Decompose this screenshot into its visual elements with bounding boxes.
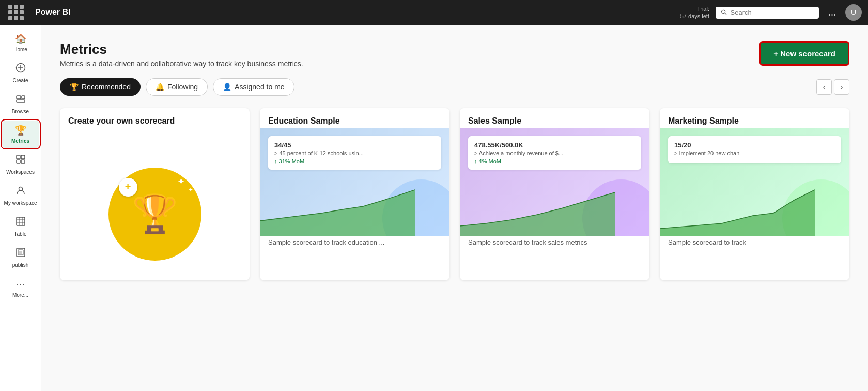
more-options-icon[interactable]: ... [825,7,839,18]
education-trend: ↑ 31% MoM [274,158,435,164]
marketing-chart [660,185,815,236]
carousel-nav: ‹ › [816,79,849,95]
education-card[interactable]: Education Sample 34/45 > 45 percent of K… [260,108,450,280]
home-icon: 🏠 [15,33,26,44]
svg-rect-9 [21,155,25,159]
recommended-icon: 🏆 [70,83,79,91]
publish-icon [16,247,26,260]
marketing-card[interactable]: Marketing Sample 15/20 > Implement 20 ne… [660,108,849,280]
sales-card-title: Sales Sample [460,108,649,128]
create-icon [16,63,26,76]
sidebar-item-my-workspace-label: My workspace [4,200,37,206]
education-desc: > 45 percent of K-12 schools usin... [274,150,435,156]
marketing-card-desc: Sample scorecard to track [660,236,849,254]
svg-line-1 [725,13,726,15]
sidebar-item-home-label: Home [13,47,27,52]
trophy-icon: 🏆 [132,192,178,236]
sales-card-desc: Sample scorecard to track sales metrics [460,236,649,254]
marketing-stat: 15/20 [674,141,835,149]
tab-recommended[interactable]: 🏆 Recommended [60,78,141,96]
svg-rect-5 [17,96,21,99]
scorecard-grid: Create your own scorecard + ✦ ✦ 🏆 Let's … [60,108,849,280]
education-mini-card: 34/45 > 45 percent of K-12 schools usin.… [268,136,441,170]
sidebar-item-browse-label: Browse [12,109,29,114]
sidebar-item-home[interactable]: 🏠 Home [2,29,39,56]
svg-rect-6 [17,100,25,102]
education-chart [260,185,415,236]
sidebar-item-workspaces-label: Workspaces [6,169,35,175]
svg-rect-8 [17,155,20,159]
sidebar-item-more[interactable]: ··· More... [2,274,39,302]
following-icon: 🔔 [156,83,164,91]
sidebar-item-publish-label: publish [12,262,29,268]
tab-following[interactable]: 🔔 Following [146,78,208,96]
sidebar-item-table-label: Table [14,231,27,237]
more-icon: ··· [16,278,25,290]
education-card-bg: 34/45 > 45 percent of K-12 schools usin.… [260,128,450,236]
my-workspace-icon [16,185,26,198]
sidebar-item-workspaces[interactable]: Workspaces [2,150,39,179]
svg-rect-20 [19,251,22,254]
sales-mini-card: 478.55K/500.0K > Achieve a monthly reven… [468,136,641,170]
trial-info: Trial: 57 days left [680,5,709,20]
sales-chart [460,185,615,236]
sidebar-item-metrics-label: Metrics [11,138,29,144]
marketing-card-bg: 15/20 > Implement 20 new chan [660,128,849,236]
app-title: Power BI [35,8,70,17]
search-box[interactable] [716,7,819,19]
education-card-desc: Sample scorecard to track education ... [260,236,450,254]
avatar[interactable]: U [845,4,862,21]
trophy-plus-icon: + [119,178,137,197]
svg-rect-13 [17,217,25,225]
metrics-icon: 🏆 [15,125,26,136]
svg-marker-23 [660,190,815,236]
create-scorecard-card[interactable]: Create your own scorecard + ✦ ✦ 🏆 Let's … [60,108,250,280]
sidebar-item-publish[interactable]: publish [2,243,39,272]
sales-stat: 478.55K/500.0K [474,141,635,149]
marketing-desc: > Implement 20 new chan [674,150,835,156]
svg-rect-7 [22,96,25,99]
nav-next-button[interactable]: › [834,79,849,95]
sales-card-bg: 478.55K/500.0K > Achieve a monthly reven… [460,128,649,236]
create-card-title: Create your own scorecard [60,108,250,128]
sidebar-item-browse[interactable]: Browse [2,89,39,118]
browse-icon [16,94,26,107]
assigned-icon: 👤 [223,83,231,91]
sidebar-item-my-workspace[interactable]: My workspace [2,181,39,210]
page-subtitle: Metrics is a data-driven and collaborati… [60,59,303,68]
layout: 🏠 Home Create Browse [0,25,868,391]
sales-card[interactable]: Sales Sample 478.55K/500.0K > Achieve a … [460,108,649,280]
svg-rect-11 [21,160,25,163]
marketing-card-title: Marketing Sample [660,108,849,128]
sparkle-icon: ✦ [177,176,185,187]
workspaces-icon [16,154,26,167]
sales-desc: > Achieve a monthly revenue of $... [474,150,635,156]
filter-tabs: 🏆 Recommended 🔔 Following 👤 Assigned to … [60,78,849,96]
marketing-mini-card: 15/20 > Implement 20 new chan [668,136,841,163]
sidebar-item-create-label: Create [12,78,28,83]
sidebar: 🏠 Home Create Browse [0,25,41,391]
main-content: Metrics Metrics is a data-driven and col… [41,25,868,391]
search-input[interactable] [731,9,814,17]
sidebar-item-metrics[interactable]: 🏆 Metrics [2,121,39,148]
table-icon [16,216,26,229]
app-grid-icon[interactable] [6,3,26,22]
trophy-container: + ✦ ✦ 🏆 [98,147,212,281]
svg-rect-10 [17,160,20,163]
sparkle2-icon: ✦ [188,186,193,193]
create-card-body: + ✦ ✦ 🏆 [60,128,250,280]
page-header: Metrics Metrics is a data-driven and col… [60,41,849,68]
svg-point-0 [722,10,725,13]
trophy-circle: + ✦ ✦ 🏆 [109,168,202,261]
page-title: Metrics [60,41,303,57]
sales-trend: ↑ 4% MoM [474,158,635,164]
sidebar-item-create[interactable]: Create [2,58,39,87]
sidebar-item-table[interactable]: Table [2,212,39,241]
sidebar-item-more-label: More... [12,292,28,298]
topnav: Power BI Trial: 57 days left ... U [0,0,868,25]
nav-prev-button[interactable]: ‹ [816,79,832,95]
new-scorecard-button[interactable]: + New scorecard [760,41,849,66]
tab-assigned[interactable]: 👤 Assigned to me [213,78,295,96]
header-text: Metrics Metrics is a data-driven and col… [60,41,303,68]
svg-marker-21 [260,190,415,236]
